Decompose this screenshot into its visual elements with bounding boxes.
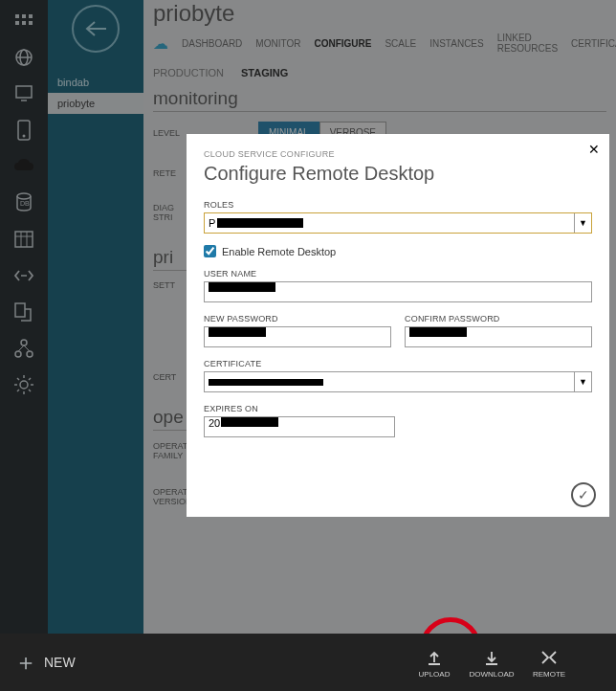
download-button[interactable]: DOWNLOAD <box>463 647 520 679</box>
confpw-label: CONFIRM PASSWORD <box>405 314 592 323</box>
username-label: USER NAME <box>204 269 592 279</box>
new-button[interactable]: ＋ NEW <box>0 634 91 691</box>
download-label: DOWNLOAD <box>469 670 514 679</box>
roles-label: ROLES <box>204 200 592 210</box>
redacted <box>209 327 266 337</box>
redacted <box>209 379 323 386</box>
upload-label: UPLOAD <box>419 670 451 679</box>
redacted <box>217 218 303 228</box>
cert-select[interactable]: ▼ <box>204 371 592 392</box>
enable-remote-desktop-checkbox[interactable]: Enable Remote Desktop <box>204 245 592 257</box>
redacted <box>221 417 278 427</box>
chevron-down-icon[interactable]: ▼ <box>574 213 591 233</box>
upload-icon <box>426 647 443 668</box>
remote-button[interactable]: REMOTE <box>520 647 578 679</box>
modal-crumb: CLOUD SERVICE CONFIGURE <box>204 149 592 159</box>
username-input[interactable] <box>204 281 592 302</box>
roles-select[interactable]: P ▼ <box>204 212 592 234</box>
new-label: NEW <box>44 655 76 670</box>
newpw-label: NEW PASSWORD <box>204 314 391 323</box>
newpw-input[interactable] <box>204 326 391 347</box>
remote-label: REMOTE <box>533 670 565 679</box>
download-icon <box>483 647 500 668</box>
redacted <box>409 327 467 337</box>
enable-label: Enable Remote Desktop <box>222 246 336 257</box>
modal-title: Configure Remote Desktop <box>204 163 592 185</box>
close-icon[interactable]: ✕ <box>588 142 600 157</box>
redacted <box>209 282 275 292</box>
roles-value: P <box>209 217 215 229</box>
expires-label: EXPIRES ON <box>204 404 592 413</box>
plus-icon: ＋ <box>15 652 36 673</box>
command-bar: ＋ NEW UPLOAD DOWNLOAD REMOTE <box>0 634 616 691</box>
confpw-input[interactable] <box>405 326 592 347</box>
upload-button[interactable]: UPLOAD <box>406 647 463 679</box>
ok-button[interactable]: ✓ <box>571 482 596 507</box>
expires-input[interactable]: 20 <box>204 416 395 437</box>
expires-value: 20 <box>209 417 220 429</box>
configure-remote-desktop-modal: ✕ CLOUD SERVICE CONFIGURE Configure Remo… <box>187 134 609 517</box>
enable-checkbox-input[interactable] <box>204 245 216 257</box>
remote-icon <box>539 647 559 668</box>
cert-label: CERTIFICATE <box>204 359 592 368</box>
chevron-down-icon[interactable]: ▼ <box>574 372 591 391</box>
